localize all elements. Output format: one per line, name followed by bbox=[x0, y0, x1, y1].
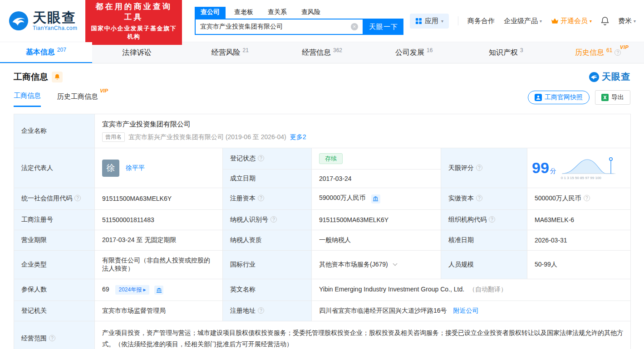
tyc-score-cell[interactable]: 99分 0 1 3 15 50 85 97 99 100 bbox=[527, 148, 631, 188]
org-code-value: MA63MELK-6 bbox=[527, 209, 631, 230]
company-name-label: 企业名称 bbox=[14, 114, 95, 148]
legal-rep-cell: 徐 徐平平 bbox=[95, 148, 223, 188]
tab-legal-proceedings[interactable]: 法律诉讼 bbox=[92, 42, 184, 63]
export-button[interactable]: 导出 bbox=[595, 90, 630, 105]
bank-icon[interactable] bbox=[371, 194, 380, 204]
subtab-row: 工商信息 历史工商信息 VIP 工商官网快照 导出 bbox=[0, 86, 644, 108]
brand-domain: TianYanCha.com bbox=[33, 25, 77, 31]
brand-name: 天眼查 bbox=[33, 10, 77, 25]
establish-date-value: 2017-03-24 bbox=[312, 170, 441, 188]
monitor-bell-icon[interactable] bbox=[52, 72, 63, 82]
tab-history-info[interactable]: VIP 历史信息61 ? bbox=[552, 42, 644, 63]
taxpayer-id-value: 91511500MA63MELK6Y bbox=[312, 209, 441, 230]
subtab-history-business-info[interactable]: 历史工商信息 VIP bbox=[57, 92, 98, 107]
approval-date-value: 2026-03-31 bbox=[527, 230, 631, 250]
help-icon[interactable]: ? bbox=[74, 195, 81, 201]
search-tab-company[interactable]: 查公司 bbox=[195, 7, 226, 19]
main-tab-bar: 基本信息207 法律诉讼 经营风险21 经营信息362 公司发展16 知识产权3… bbox=[0, 42, 644, 63]
score-distribution-chart: 0 1 3 15 50 85 97 99 100 bbox=[561, 156, 616, 180]
apps-grid-icon bbox=[415, 18, 422, 24]
chevron-down-icon: ▾ bbox=[441, 19, 443, 24]
search-box: × bbox=[195, 19, 364, 35]
subtab-business-info[interactable]: 工商信息 bbox=[14, 92, 41, 107]
english-name-label: 英文名称 bbox=[223, 279, 312, 301]
chevron-down-icon: ▾ bbox=[634, 19, 636, 24]
reg-capital-cell: 590000万人民币 bbox=[312, 188, 441, 210]
tab-operating-info[interactable]: 经营信息362 bbox=[276, 42, 368, 63]
apps-menu[interactable]: 应用 ▾ bbox=[410, 14, 449, 29]
reg-number-label: 工商注册号 bbox=[14, 209, 95, 230]
help-icon[interactable]: ? bbox=[258, 195, 264, 201]
nearby-companies-link[interactable]: 附近公司 bbox=[453, 307, 478, 314]
taxpayer-id-label: 纳税人识别号? bbox=[223, 209, 312, 230]
company-name-cell: 宜宾市产业投资集团有限公司 曾用名 宜宾市新兴产业投资集团有限公司 (2019-… bbox=[95, 114, 631, 148]
notifications-bell-icon[interactable] bbox=[601, 16, 609, 25]
reg-authority-label: 登记机关 bbox=[14, 301, 95, 321]
help-icon[interactable]: ? bbox=[584, 195, 590, 201]
status-badge: 存续 bbox=[319, 153, 343, 164]
search-tab-relation[interactable]: 查关系 bbox=[262, 7, 293, 19]
reg-address-label: 注册地址? bbox=[223, 301, 312, 321]
divider bbox=[458, 16, 458, 25]
tianyancha-logo-icon bbox=[8, 10, 29, 31]
section-header: 工商信息 天眼查 bbox=[0, 63, 644, 86]
chevron-down-icon: ▾ bbox=[590, 19, 592, 24]
clear-search-icon[interactable]: × bbox=[351, 23, 358, 30]
tab-company-development[interactable]: 公司发展16 bbox=[368, 42, 460, 63]
business-term-value: 2017-03-24 至 无固定期限 bbox=[95, 230, 223, 250]
reg-capital-label: 注册资本? bbox=[223, 188, 312, 210]
help-icon[interactable]: ? bbox=[615, 49, 621, 56]
annual-report-badge[interactable]: 2024年报 ▸ bbox=[115, 285, 149, 295]
help-icon[interactable]: ? bbox=[258, 155, 264, 161]
search-input[interactable] bbox=[200, 23, 351, 30]
company-type-label: 企业类型 bbox=[14, 250, 95, 279]
search-button[interactable]: 天眼一下 bbox=[364, 19, 403, 35]
nav-open-vip[interactable]: 开通会员 ▾ bbox=[551, 17, 592, 25]
english-name-cell: Yibin Emerging Industry Investment Group… bbox=[312, 279, 631, 301]
reg-capital-value: 590000万人民币 bbox=[319, 194, 366, 201]
tab-operating-risk[interactable]: 经营风险21 bbox=[184, 42, 276, 63]
nav-cooperation[interactable]: 商务合作 bbox=[467, 17, 495, 25]
reg-address-cell: 四川省宜宾市临港经开区国兴大道沙坪路16号 附近公司 bbox=[312, 301, 631, 321]
tianyancha-watermark-logo: 天眼查 bbox=[589, 71, 630, 83]
taxpayer-quality-label: 纳税人资质 bbox=[223, 230, 312, 250]
former-name-tag: 曾用名 bbox=[102, 132, 125, 142]
help-icon[interactable]: ? bbox=[489, 216, 495, 223]
paid-capital-value: 500000万人民币 bbox=[535, 194, 581, 202]
tab-intellectual-property[interactable]: 知识产权3 bbox=[460, 42, 552, 63]
tianyancha-logo[interactable]: 天眼查 TianYanCha.com bbox=[8, 10, 77, 31]
user-menu[interactable]: 费米 ▾ bbox=[618, 17, 636, 25]
help-icon[interactable]: ? bbox=[270, 216, 277, 223]
help-icon[interactable]: ? bbox=[476, 195, 482, 201]
search-tab-boss[interactable]: 查老板 bbox=[228, 7, 259, 19]
excel-icon bbox=[601, 94, 609, 101]
promo-line1: 都在用的商业查询工具 bbox=[91, 1, 176, 22]
bank-icon[interactable] bbox=[154, 286, 163, 295]
row-authority: 登记机关 宜宾市市场监督管理局 注册地址? 四川省宜宾市临港经开区国兴大道沙坪路… bbox=[14, 301, 631, 321]
former-name-value: 宜宾市新兴产业投资集团有限公司 (2019-06 至 2026-04) bbox=[128, 133, 286, 141]
nav-enterprise-products[interactable]: 企业级产品 ▾ bbox=[504, 17, 542, 25]
tab-basic-info[interactable]: 基本信息207 bbox=[0, 42, 92, 63]
row-type: 企业类型 有限责任公司（非自然人投资或控股的法人独资） 国标行业 其他资本市场服… bbox=[14, 250, 631, 279]
score-value: 99 bbox=[532, 159, 549, 176]
legal-rep-link[interactable]: 徐平平 bbox=[126, 164, 145, 171]
business-term-label: 营业期限 bbox=[14, 230, 95, 250]
english-name-value: Yibin Emerging Industry Investment Group… bbox=[319, 286, 464, 293]
insured-label: 参保人数 bbox=[14, 279, 95, 301]
page: 天眼查 TianYanCha.com 都在用的商业查询工具 国家中小企业发展子基… bbox=[0, 0, 644, 349]
more-former-names-link[interactable]: 更多2 bbox=[290, 133, 306, 141]
help-icon[interactable]: ? bbox=[49, 335, 55, 341]
chevron-down-icon[interactable] bbox=[393, 261, 397, 266]
help-icon[interactable]: ? bbox=[476, 165, 482, 171]
tianyancha-logo-icon bbox=[589, 72, 600, 82]
search-tab-risk[interactable]: 查风险 bbox=[295, 7, 326, 19]
credit-code-label: 统一社会信用代码? bbox=[14, 188, 95, 210]
row-insured: 参保人数 69 2024年报 ▸ 英文名称 Yibin Emerging Ind… bbox=[14, 279, 631, 301]
official-snapshot-button[interactable]: 工商官网快照 bbox=[528, 91, 590, 104]
business-info-table: 企业名称 宜宾市产业投资集团有限公司 曾用名 宜宾市新兴产业投资集团有限公司 (… bbox=[14, 114, 631, 349]
insured-cell: 69 2024年报 ▸ bbox=[95, 279, 223, 301]
row-term: 营业期限 2017-03-24 至 无固定期限 纳税人资质 一般纳税人 核准日期… bbox=[14, 230, 631, 250]
legal-rep-avatar[interactable]: 徐 bbox=[102, 160, 119, 177]
business-scope-value: 产业项目投资，资产管理与营运；城市建设项目股权债权投资服务；受委托管理股权投资企… bbox=[95, 321, 631, 349]
help-icon[interactable]: ? bbox=[258, 307, 264, 314]
